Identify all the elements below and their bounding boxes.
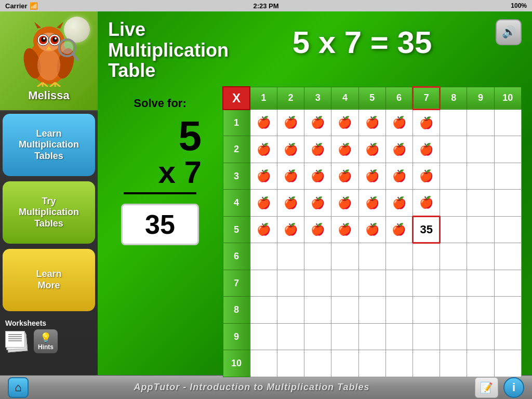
table-cell: 🍎 [358,163,385,189]
bottom-bar: ⌂ AppTutor - Introduction to Multiplicat… [0,375,532,399]
main-layout: Melissa LearnMultiplicationTables TryMul… [0,11,532,375]
table-cell [440,243,467,270]
table-cell: 🍎 [304,110,331,136]
table-cell [250,350,277,377]
table-cell [331,297,358,323]
table-cell: 🍎 [358,190,385,216]
table-container: X123456789101🍎🍎🍎🍎🍎🍎🍎2🍎🍎🍎🍎🍎🍎🍎3🍎🍎🍎🍎🍎🍎🍎4🍎🍎🍎… [222,86,522,377]
table-cell [494,110,521,136]
table-cell [277,270,304,296]
table-cell: 🍎 [331,190,358,216]
info-button[interactable]: i [503,377,524,398]
table-cell [277,243,304,270]
notes-button[interactable]: 📝 [475,377,498,398]
table-cell: 🍎 [277,110,304,136]
table-cell [494,216,521,243]
table-cell [440,216,467,243]
table-cell: 🍎 [385,216,413,243]
table-cell [467,270,494,296]
bottom-title: AppTutor - Introduction to Multiplicatio… [134,382,370,393]
table-cell [440,110,467,136]
table-cell: 🍎 [331,163,358,189]
table-cell [467,216,494,243]
table-cell [467,243,494,270]
time-label: 2:23 PM [253,2,278,10]
table-cell [331,350,358,377]
table-cell [331,270,358,296]
speaker-button[interactable]: 🔊 [496,19,522,45]
col-header-1: 1 [250,87,277,109]
table-cell [358,243,385,270]
table-cell: 🍎 [277,216,304,243]
sidebar: Melissa LearnMultiplicationTables TryMul… [0,11,98,375]
table-cell [413,350,440,377]
col-header-10: 10 [494,87,521,109]
avatar-section: Melissa [0,11,98,111]
table-cell: 🍎 [304,216,331,243]
table-cell: 🍎 [250,190,277,216]
row-header-3: 3 [223,163,250,189]
table-cell [250,270,277,296]
col-header-9: 9 [467,87,494,109]
table-cell [494,297,521,323]
table-cell [385,350,413,377]
svg-point-11 [43,37,45,39]
solve-number1: 5 [108,115,212,157]
table-cell: 🍎 [413,110,440,136]
carrier-label: Carrier 📶 [5,2,38,10]
table-cell [413,270,440,296]
svg-marker-3 [57,22,63,29]
table-cell: 🍎 [358,110,385,136]
table-x-header: X [223,87,250,109]
row-header-10: 10 [223,350,250,377]
learn-tables-button[interactable]: LearnMultiplicationTables [3,114,95,176]
svg-point-25 [61,42,73,54]
table-cell [250,297,277,323]
table-cell [413,323,440,350]
row-header-7: 7 [223,270,250,296]
table-cell: 🍎 [250,136,277,163]
col-header-7: 7 [413,87,440,109]
table-cell [304,270,331,296]
try-tables-button[interactable]: TryMultiplicationTables [3,181,95,244]
row-header-4: 4 [223,190,250,216]
home-button[interactable]: ⌂ [8,377,29,398]
equation-display: 5 x 7 = 35 [229,19,496,60]
table-cell [467,136,494,163]
row-header-2: 2 [223,136,250,163]
table-cell: 35 [413,216,440,243]
table-cell: 🍎 [385,190,413,216]
table-cell: 🍎 [250,216,277,243]
learn-more-button[interactable]: LearnMore [3,249,95,311]
table-cell [358,350,385,377]
table-cell: 🍎 [413,163,440,189]
solve-number2: x 7 [108,157,212,188]
table-cell [358,270,385,296]
table-cell [304,323,331,350]
table-cell: 🍎 [304,190,331,216]
hints-button[interactable]: 💡 Hints [34,329,58,353]
col-header-4: 4 [331,87,358,109]
table-cell [277,297,304,323]
row-header-1: 1 [223,110,250,136]
table-cell [440,323,467,350]
solve-panel: Solve for: 5 x 7 35 [108,86,212,377]
multiplication-table: X123456789101🍎🍎🍎🍎🍎🍎🍎2🍎🍎🍎🍎🍎🍎🍎3🍎🍎🍎🍎🍎🍎🍎4🍎🍎🍎… [222,86,522,377]
table-cell: 🍎 [277,136,304,163]
worksheet-icon[interactable] [5,331,31,352]
table-cell [358,323,385,350]
table-cell [494,243,521,270]
table-cell: 🍎 [413,190,440,216]
table-cell: 🍎 [331,216,358,243]
content-main: Solve for: 5 x 7 35 X123456789101🍎🍎🍎🍎🍎🍎🍎… [108,86,522,377]
col-header-2: 2 [277,87,304,109]
table-cell [385,323,413,350]
table-cell [304,350,331,377]
table-cell [413,297,440,323]
table-cell: 🍎 [331,110,358,136]
solve-answer: 35 [121,204,199,245]
table-cell: 🍎 [277,190,304,216]
col-header-3: 3 [304,87,331,109]
avatar-name: Melissa [28,89,70,102]
table-cell [304,243,331,270]
